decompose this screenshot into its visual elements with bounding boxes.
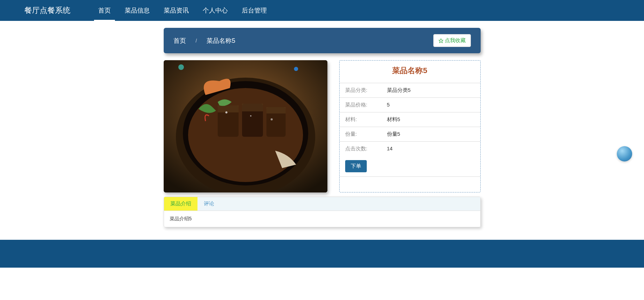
navbar: 餐厅点餐系统 首页 菜品信息 菜品资讯 个人中心 后台管理 — [0, 0, 644, 21]
info-panel: 菜品名称5 菜品分类: 菜品分类5 菜品价格: 5 材料: 材料5 份量: 份量… — [339, 60, 481, 192]
svg-point-14 — [225, 111, 227, 113]
tab-content: 菜品介绍5 — [164, 211, 480, 227]
star-icon — [439, 38, 443, 43]
info-value: 5 — [387, 102, 390, 108]
favorite-label: 点我收藏 — [445, 37, 466, 44]
info-row-ingredients: 材料: 材料5 — [340, 112, 480, 127]
svg-marker-0 — [439, 39, 443, 43]
breadcrumb: 首页 / 菜品名称5 — [173, 37, 235, 45]
svg-point-16 — [271, 118, 273, 120]
tabs-section: 菜品介绍 评论 菜品介绍5 — [164, 197, 481, 227]
svg-point-12 — [178, 64, 184, 70]
breadcrumb-current: 菜品名称5 — [207, 37, 235, 45]
info-row-clicks: 点击次数: 14 — [340, 141, 480, 156]
nav-dish-news[interactable]: 菜品资讯 — [157, 0, 196, 21]
info-label: 菜品价格: — [345, 102, 387, 108]
info-value: 份量5 — [387, 131, 400, 137]
svg-rect-11 — [266, 107, 286, 113]
nav-profile[interactable]: 个人中心 — [196, 0, 235, 21]
order-row: 下单 — [340, 156, 480, 177]
info-value: 菜品分类5 — [387, 87, 411, 94]
svg-point-13 — [294, 67, 298, 71]
breadcrumb-home[interactable]: 首页 — [173, 37, 186, 45]
info-label: 份量: — [345, 131, 387, 137]
breadcrumb-bar: 首页 / 菜品名称5 点我收藏 — [164, 28, 481, 53]
info-value: 14 — [387, 145, 393, 152]
dish-title: 菜品名称5 — [340, 65, 480, 76]
info-table: 菜品分类: 菜品分类5 菜品价格: 5 材料: 材料5 份量: 份量5 点击次数… — [340, 83, 480, 177]
info-row-price: 菜品价格: 5 — [340, 97, 480, 112]
tab-description[interactable]: 菜品介绍 — [164, 197, 197, 211]
nav-admin[interactable]: 后台管理 — [235, 0, 274, 21]
tab-comments[interactable]: 评论 — [197, 197, 220, 211]
nav-dish-info[interactable]: 菜品信息 — [118, 0, 157, 21]
info-label: 点击次数: — [345, 145, 387, 152]
info-label: 菜品分类: — [345, 87, 387, 94]
order-button[interactable]: 下单 — [345, 160, 367, 172]
dish-image — [164, 60, 327, 192]
info-row-portion: 份量: 份量5 — [340, 127, 480, 141]
app-title: 餐厅点餐系统 — [24, 5, 70, 16]
nav-menu: 首页 菜品信息 菜品资讯 个人中心 后台管理 — [91, 0, 274, 21]
content-row: 菜品名称5 菜品分类: 菜品分类5 菜品价格: 5 材料: 材料5 份量: 份量… — [164, 60, 481, 192]
favorite-button[interactable]: 点我收藏 — [433, 34, 471, 47]
footer — [0, 240, 644, 268]
info-label: 材料: — [345, 116, 387, 123]
info-value: 材料5 — [387, 116, 400, 123]
float-globe-button[interactable] — [617, 146, 632, 161]
svg-rect-10 — [242, 104, 263, 111]
svg-rect-9 — [218, 105, 239, 112]
nav-home[interactable]: 首页 — [91, 0, 118, 21]
breadcrumb-separator: / — [196, 38, 197, 44]
svg-point-15 — [250, 115, 251, 117]
tabs-header: 菜品介绍 评论 — [164, 197, 480, 211]
info-row-category: 菜品分类: 菜品分类5 — [340, 83, 480, 97]
